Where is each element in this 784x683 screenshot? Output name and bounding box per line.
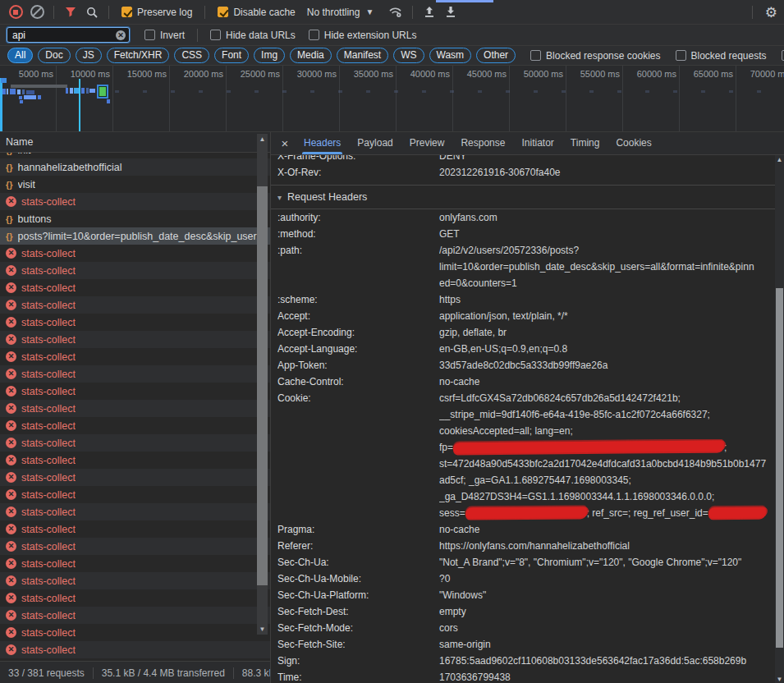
table-row[interactable]: ✕stats-collect — [0, 486, 270, 503]
export-har-button[interactable] — [440, 2, 461, 22]
clear-button[interactable] — [26, 2, 48, 22]
table-row[interactable]: ✕stats-collect — [0, 624, 270, 641]
clear-filter-icon[interactable]: ✕ — [116, 30, 126, 40]
tab-initiator[interactable]: Initiator — [513, 132, 562, 154]
tab-timing[interactable]: Timing — [562, 132, 608, 154]
table-row[interactable]: ✕stats-collect — [0, 262, 270, 279]
table-row[interactable]: ✕stats-collect — [0, 452, 270, 469]
table-row[interactable]: {}init — [0, 153, 270, 158]
settings-button[interactable]: ⚙ — [765, 0, 777, 25]
redaction-scribble — [708, 507, 766, 519]
disable-cache-control[interactable]: Disable cache — [218, 7, 295, 18]
table-row[interactable]: ✕stats-collect — [0, 503, 270, 520]
network-conditions-button[interactable] — [385, 2, 406, 22]
table-row[interactable]: ✕stats-collect — [0, 469, 270, 486]
table-row[interactable]: ✕stats-collect — [0, 417, 270, 434]
table-row[interactable]: ✕stats-collect — [0, 331, 270, 348]
filter-toggle-button[interactable] — [60, 2, 81, 22]
type-filter-media[interactable]: Media — [290, 48, 332, 63]
table-row[interactable]: ✕stats-collect — [0, 572, 270, 589]
hide-extension-urls-checkbox[interactable] — [309, 30, 319, 40]
type-filter-doc[interactable]: Doc — [38, 48, 70, 63]
header-value-line: GET — [439, 226, 775, 242]
invert-label: Invert — [160, 30, 185, 41]
preserve-log-control[interactable]: Preserve log — [121, 7, 192, 18]
header-value: 1703636799438 — [439, 669, 775, 683]
type-filter-img[interactable]: Img — [254, 48, 285, 63]
hide-data-urls-checkbox[interactable] — [210, 30, 221, 40]
tab-headers[interactable]: Headers — [296, 132, 349, 154]
type-filter-fetch-xhr[interactable]: Fetch/XHR — [107, 48, 170, 63]
table-row[interactable]: ✕stats-collect — [0, 193, 270, 210]
filter-option-blocked-response-cookies[interactable]: Blocked response cookies — [530, 50, 660, 62]
table-row[interactable]: ✕stats-collect — [0, 279, 270, 296]
throttling-dropdown[interactable]: No throttling ▼ — [307, 7, 374, 18]
preserve-log-checkbox[interactable] — [121, 7, 132, 17]
filter-option-blocked-requests[interactable]: Blocked requests — [676, 50, 767, 62]
scroll-down-icon[interactable]: ▼ — [257, 626, 268, 633]
table-row[interactable]: ✕stats-collect — [0, 538, 270, 555]
scrollbar-thumb[interactable] — [776, 288, 783, 648]
checkbox[interactable] — [676, 50, 686, 61]
scroll-up-icon[interactable]: ▲ — [775, 156, 784, 163]
table-row[interactable]: {}hannahelizabethofficial — [0, 158, 270, 176]
type-filter-wasm[interactable]: Wasm — [429, 48, 472, 63]
request-list-scrollbar[interactable]: ▲ ▼ — [257, 134, 268, 635]
table-row[interactable]: ✕stats-collect — [0, 348, 270, 365]
import-har-button[interactable] — [419, 2, 440, 22]
table-row[interactable]: ✕stats-collect — [0, 589, 270, 607]
request-headers-section-header[interactable]: ▾Request Headers — [271, 186, 775, 209]
type-filter-all[interactable]: All — [7, 48, 33, 63]
tab-response[interactable]: Response — [452, 132, 513, 154]
filter-input[interactable]: api ✕ — [7, 27, 130, 43]
table-row[interactable]: ✕stats-collect — [0, 365, 270, 383]
table-row[interactable]: ✕stats-collect — [0, 383, 270, 400]
search-button[interactable] — [81, 2, 103, 22]
scroll-down-icon[interactable]: ▼ — [775, 676, 784, 683]
table-row[interactable]: ✕stats-collect — [0, 400, 270, 417]
disable-cache-checkbox[interactable] — [218, 7, 228, 17]
hide-data-urls-control[interactable]: Hide data URLs — [210, 30, 296, 41]
checkbox[interactable] — [530, 50, 541, 61]
table-row[interactable]: ✕stats-collect — [0, 555, 270, 572]
invert-control[interactable]: Invert — [144, 30, 185, 41]
checkbox[interactable] — [782, 50, 784, 61]
table-row[interactable]: ✕stats-collect — [0, 520, 270, 538]
tab-payload[interactable]: Payload — [349, 132, 401, 154]
scroll-up-icon[interactable]: ▲ — [257, 135, 268, 143]
request-name: stats-collect — [21, 300, 76, 311]
name-column-header[interactable]: Name — [0, 132, 270, 153]
filter-option-3rd-party-requests[interactable]: 3rd-party requests — [782, 50, 784, 62]
tab-preview[interactable]: Preview — [401, 132, 453, 154]
request-rows: {}init{}hannahelizabethofficial{}visit✕s… — [0, 153, 270, 661]
header-value-line: "Not_A Brand";v="8", "Chromium";v="120",… — [439, 554, 775, 571]
close-details-button[interactable]: × — [274, 136, 296, 150]
timeline-column: 35000 ms — [340, 66, 397, 131]
type-filter-other[interactable]: Other — [476, 48, 516, 63]
header-value: en-GB,en-US;q=0.9,en;q=0.8 — [439, 341, 775, 357]
hide-extension-urls-control[interactable]: Hide extension URLs — [309, 30, 417, 41]
header-name: Sec-Ch-Ua: — [277, 554, 439, 571]
table-row[interactable]: {}visit — [0, 176, 270, 193]
record-button[interactable] — [5, 2, 26, 22]
header-value-line: cors — [439, 620, 775, 636]
type-filter-font[interactable]: Font — [214, 48, 249, 63]
table-row[interactable]: ✕stats-collect — [0, 607, 270, 624]
type-filter-ws[interactable]: WS — [393, 48, 424, 63]
table-row[interactable]: {}buttons — [0, 210, 270, 227]
table-row[interactable]: ✕stats-collect — [0, 314, 270, 331]
details-scrollbar[interactable]: ▲ ▼ — [775, 155, 784, 683]
type-filter-js[interactable]: JS — [76, 48, 102, 63]
table-row[interactable]: {}posts?limit=10&order=publish_date_desc… — [0, 227, 270, 245]
table-row[interactable]: ✕stats-collect — [0, 641, 270, 658]
tab-cookies[interactable]: Cookies — [607, 132, 659, 154]
timeline-overview[interactable]: 5000 ms10000 ms15000 ms20000 ms25000 ms3… — [0, 66, 784, 132]
type-filter-manifest[interactable]: Manifest — [337, 48, 388, 63]
section-triangle-icon[interactable]: ▾ — [277, 193, 282, 202]
table-row[interactable]: ✕stats-collect — [0, 245, 270, 262]
invert-checkbox[interactable] — [144, 30, 155, 40]
table-row[interactable]: ✕stats-collect — [0, 296, 270, 314]
table-row[interactable]: ✕stats-collect — [0, 434, 270, 452]
type-filter-css[interactable]: CSS — [174, 48, 209, 63]
scrollbar-thumb[interactable] — [257, 186, 268, 585]
